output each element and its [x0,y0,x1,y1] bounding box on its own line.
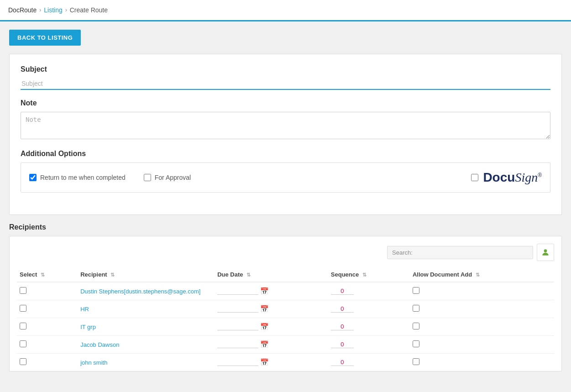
note-textarea[interactable] [21,112,550,139]
search-label: Search: [392,249,413,256]
row-select-checkbox[interactable] [20,323,26,329]
return-option: Return to me when completed [29,174,126,181]
row-recipient-cell: IT grp [78,318,215,336]
breadcrumb-bar: DocRoute › Listing › Create Route [0,0,571,21]
calendar-icon[interactable]: 📅 [260,323,269,331]
additional-options-label: Additional Options [21,150,550,158]
row-sequence-cell [328,354,410,371]
docusign-checkbox[interactable] [471,174,478,181]
row-recipient-cell: HR [78,300,215,318]
search-input[interactable] [414,249,528,256]
col-allow-doc-add: Allow Document Add ⇅ [410,267,554,282]
row-due-date-cell: 📅 [215,354,328,371]
note-label: Note [21,99,550,107]
table-wrapper[interactable]: Select ⇅ Recipient ⇅ Due Date ⇅ [17,267,554,371]
allow-doc-checkbox[interactable] [413,358,419,365]
recipients-tbody: Dustin Stephens[dustin.stephens@sage.com… [17,282,554,371]
recipient-link[interactable]: Jacob Dawson [80,341,119,348]
sequence-input[interactable] [331,305,354,313]
row-recipient-cell: Dustin Stephens[dustin.stephens@sage.com… [78,282,215,300]
row-sequence-cell [328,336,410,354]
col-sequence: Sequence ⇅ [328,267,410,282]
due-date-input[interactable] [217,359,258,366]
row-recipient-cell: john smith [78,354,215,371]
return-label: Return to me when completed [40,174,126,181]
calendar-icon[interactable]: 📅 [260,305,269,313]
row-select-checkbox[interactable] [20,305,26,312]
row-select-cell [17,282,78,300]
table-header: Select ⇅ Recipient ⇅ Due Date ⇅ [17,267,554,282]
row-allow-doc-cell [410,318,554,336]
approval-option: For Approval [144,174,191,181]
back-to-listing-button[interactable]: BACK TO LISTING [9,30,81,46]
svg-point-0 [544,249,547,252]
subject-label: Subject [21,65,550,73]
sequence-input[interactable] [331,287,354,295]
row-select-cell [17,354,78,371]
add-person-button[interactable] [537,244,554,261]
filter-sequence-icon[interactable]: ⇅ [362,272,367,277]
breadcrumb-sep-1: › [39,7,41,13]
row-sequence-cell [328,300,410,318]
row-recipient-cell: Jacob Dawson [78,336,215,354]
recipients-card: Search: S [9,236,562,371]
due-date-input[interactable] [217,341,258,348]
note-section: Note [21,99,550,141]
sequence-input[interactable] [331,359,354,366]
due-date-input[interactable] [217,323,258,330]
recipients-section: Recipients Search: [9,223,562,371]
due-date-input[interactable] [217,287,258,295]
table-row: IT grp📅 [17,318,554,336]
breadcrumb-sep-2: › [65,7,67,13]
calendar-icon[interactable]: 📅 [260,340,269,349]
col-select: Select ⇅ [17,267,78,282]
row-allow-doc-cell [410,336,554,354]
subject-input[interactable] [21,78,550,90]
recipient-link[interactable]: IT grp [80,324,96,330]
breadcrumb-root: DocRoute [8,6,37,14]
allow-doc-checkbox[interactable] [413,287,419,294]
filter-due-date-icon[interactable]: ⇅ [246,272,251,277]
allow-doc-checkbox[interactable] [413,323,419,329]
content-area: BACK TO LISTING Subject Note Additional … [0,21,571,380]
table-row: Jacob Dawson📅 [17,336,554,354]
allow-doc-checkbox[interactable] [413,305,419,312]
docusign-area: DocuSign® [471,170,542,185]
calendar-icon[interactable]: 📅 [260,287,269,295]
row-select-cell [17,336,78,354]
row-allow-doc-cell [410,354,554,371]
search-bar-row: Search: [17,244,554,261]
search-input-wrap: Search: [387,246,533,259]
recipients-table: Select ⇅ Recipient ⇅ Due Date ⇅ [17,267,554,371]
row-select-cell [17,318,78,336]
sequence-input[interactable] [331,341,354,348]
row-sequence-cell [328,318,410,336]
recipient-link[interactable]: HR [80,306,89,313]
table-row: Dustin Stephens[dustin.stephens@sage.com… [17,282,554,300]
main-card: Subject Note Additional Options Return t… [9,54,562,215]
allow-doc-checkbox[interactable] [413,340,419,347]
row-due-date-cell: 📅 [215,300,328,318]
row-select-checkbox[interactable] [20,287,26,294]
calendar-icon[interactable]: 📅 [260,358,269,366]
recipient-link[interactable]: Dustin Stephens[dustin.stephens@sage.com… [80,288,200,295]
row-due-date-cell: 📅 [215,282,328,300]
filter-recipient-icon[interactable]: ⇅ [110,272,115,277]
recipients-label: Recipients [9,223,562,231]
row-select-checkbox[interactable] [20,358,26,365]
return-checkbox[interactable] [29,174,37,181]
filter-select-icon[interactable]: ⇅ [41,272,45,277]
sequence-input[interactable] [331,323,354,330]
breadcrumb-link-listing[interactable]: Listing [44,6,62,14]
approval-label: For Approval [155,174,191,181]
recipient-link[interactable]: john smith [80,359,107,366]
table-row: HR📅 [17,300,554,318]
approval-checkbox[interactable] [144,174,151,181]
docusign-logo: DocuSign® [483,170,542,185]
row-select-checkbox[interactable] [20,340,26,347]
row-due-date-cell: 📅 [215,318,328,336]
col-due-date: Due Date ⇅ [215,267,328,282]
filter-allow-doc-icon[interactable]: ⇅ [476,272,480,277]
breadcrumb-current: Create Route [70,6,108,14]
due-date-input[interactable] [217,305,258,313]
